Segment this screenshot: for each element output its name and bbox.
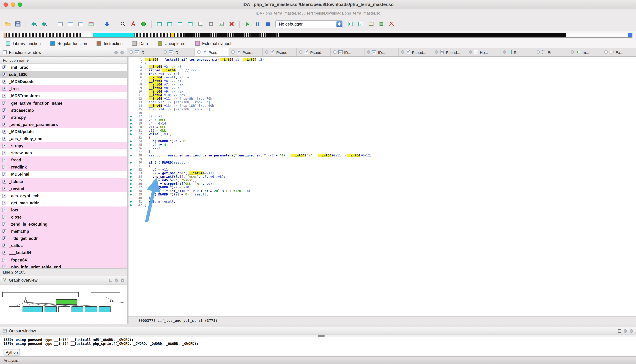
code-line[interactable]: 16 xyxy=(129,111,636,114)
text-search-icon[interactable] xyxy=(129,20,137,28)
tab-st[interactable]: St... xyxy=(500,48,534,56)
tab-pseud[interactable]: Pseud... xyxy=(297,48,331,56)
snapshot-icon[interactable] xyxy=(217,20,225,28)
tab-close-icon[interactable] xyxy=(265,50,269,55)
segment-colors-icon[interactable] xyxy=(87,20,95,28)
function-row[interactable]: _aes_setkey_enc xyxy=(0,135,127,142)
output-hscrollbar[interactable] xyxy=(0,335,636,337)
debugger-select[interactable]: No debugger xyxy=(275,20,343,28)
function-row[interactable]: _free xyxy=(0,85,127,92)
code-line[interactable]: 31 { xyxy=(129,164,636,168)
function-row[interactable]: _get_active_function_name xyxy=(0,100,127,106)
function-row[interactable]: _strcpy xyxy=(0,142,127,149)
float-icon[interactable] xyxy=(109,278,113,282)
function-row[interactable]: _fclose xyxy=(0,178,127,185)
code-line[interactable]: 38 result = (*(_BYTE *)(v10 + 5) & 2u) <… xyxy=(129,189,636,193)
code-line[interactable]: 11 __int64 v10; // rax xyxy=(129,93,636,97)
function-row[interactable]: _readlink xyxy=(0,164,127,171)
tab-im[interactable]: Im... xyxy=(568,48,602,56)
tab-close-icon[interactable] xyxy=(570,50,574,55)
function-row[interactable]: _memcmp xyxy=(0,228,127,235)
collapse-icon[interactable] xyxy=(114,50,118,54)
stop-process-icon[interactable] xyxy=(264,20,272,28)
chip-icon[interactable] xyxy=(377,20,385,28)
tab-close-icon[interactable] xyxy=(231,50,235,55)
function-row[interactable]: _close xyxy=(0,214,127,221)
function-row[interactable]: _strncpy xyxy=(0,114,127,121)
tab-en[interactable]: En... xyxy=(534,48,568,56)
run-until-icon[interactable] xyxy=(357,20,364,28)
code-line[interactable]: 33 v7 = get_mac_addr((__int64)&v13); xyxy=(129,171,636,175)
function-row[interactable]: _fopen64 xyxy=(0,256,127,264)
float-icon[interactable] xyxy=(618,329,621,332)
tab-id[interactable]: ID... xyxy=(161,48,195,56)
start-process-icon[interactable] xyxy=(243,20,251,28)
code-line[interactable]: 23 { xyxy=(129,136,636,140)
collapse-icon[interactable] xyxy=(623,329,627,333)
code-line[interactable]: 36 v10 = strpprintf(0LL, "%s", v9); xyxy=(129,182,636,186)
python-button[interactable]: Python xyxy=(4,349,20,355)
code-line[interactable]: 12 __int64 v11; // [rsp+8h] [rbp-70h] xyxy=(129,97,636,100)
code-line[interactable]: 6 __int64 result; // rax xyxy=(129,76,636,79)
code-line[interactable]: 40 } xyxy=(129,196,636,200)
collapse-icon[interactable] xyxy=(114,278,119,282)
code-line[interactable]: 3 __int64 v2; // r8 xyxy=(129,65,636,68)
function-row[interactable]: _zend_parse_parameters xyxy=(0,121,127,128)
tab-close-icon[interactable] xyxy=(435,50,438,55)
function-row[interactable]: _php_info_print_table_end xyxy=(0,264,127,268)
save-icon[interactable] xyxy=(14,20,22,28)
function-name-header[interactable]: Function name xyxy=(0,57,127,64)
code-line[interactable]: 28 result = (unsigned int)zend_parse_par… xyxy=(129,154,636,157)
code-line[interactable]: 39 *(_DWORD *)(a2 + 8) = result; xyxy=(129,193,636,196)
code-line[interactable]: 17 v2 = a1; xyxy=(129,114,636,118)
code-line[interactable]: 14 __int64 v13; // [rsp+18h] [rbp-60h] xyxy=(129,104,636,108)
jump-segment-icon[interactable] xyxy=(77,20,85,28)
function-row[interactable]: _ioctl xyxy=(0,206,127,214)
code-line[interactable]: 13 char v12; // [rsp+10h] [rbp-68h] xyxy=(129,100,636,104)
tab-id[interactable]: ID... xyxy=(364,48,398,56)
code-line[interactable]: 20 v11 = 0LL; xyxy=(129,125,636,129)
code-line[interactable]: 25 v4 += 4; xyxy=(129,143,636,146)
search-icon[interactable] xyxy=(119,20,127,28)
detach-scissors-icon[interactable] xyxy=(388,20,395,28)
code-line[interactable]: 26 --v3; xyxy=(129,146,636,150)
tab-he[interactable]: He... xyxy=(466,48,500,56)
window-list-icon[interactable] xyxy=(186,20,194,28)
jump-address-icon[interactable] xyxy=(103,20,111,28)
function-row[interactable]: sub_1630 xyxy=(0,71,127,78)
open-file-icon[interactable] xyxy=(4,20,11,28)
code-line[interactable]: 37 *(_QWORD *)a2 = v10; xyxy=(129,186,636,189)
code-line[interactable]: 1__int64 __fastcall zif_tos_encrypt_str(… xyxy=(129,58,636,62)
close-window-icon[interactable] xyxy=(228,20,235,28)
code-line[interactable]: 5 char *v4; // rdi xyxy=(129,72,636,76)
code-line[interactable]: 10 __int64 v9; // rax xyxy=(129,90,636,93)
tab-pseu[interactable]: Pseu... xyxy=(195,48,229,56)
function-row[interactable]: _fread xyxy=(0,156,127,164)
function-row[interactable]: _MD5Decode xyxy=(0,78,127,85)
float-icon[interactable] xyxy=(109,50,112,54)
code-line[interactable]: 8 __int64 v7; // rax xyxy=(129,83,636,86)
tab-close-icon[interactable] xyxy=(468,50,472,55)
zoom-window-icon[interactable] xyxy=(18,2,22,7)
tab-close-icon[interactable] xyxy=(536,50,540,55)
output-log[interactable]: 18E0: using guessed type __int64 __fastc… xyxy=(0,337,636,348)
close-panel-icon[interactable] xyxy=(120,50,124,54)
jump-name-icon[interactable] xyxy=(66,20,74,28)
tab-pseud[interactable]: Pseud... xyxy=(263,48,297,56)
code-line[interactable]: 34 php_sprintf(&v14, "%s%s", v7, v6, v8)… xyxy=(129,175,636,178)
code-line[interactable]: 15 char v14; // [rsp+20h] [rbp-58h] xyxy=(129,108,636,111)
code-line[interactable]: 41 return result; xyxy=(129,200,636,203)
tab-pseud[interactable]: Pseud... xyxy=(432,48,466,56)
tab-close-icon[interactable] xyxy=(129,50,133,55)
docs-book-icon[interactable] xyxy=(367,20,375,28)
function-row[interactable]: _aes_crypt_ecb xyxy=(0,192,127,199)
pseudocode-view[interactable]: 1__int64 __fastcall zif_tos_encrypt_str(… xyxy=(129,57,636,316)
function-row[interactable]: _rewind xyxy=(0,185,127,192)
function-row[interactable]: _init_proc xyxy=(0,64,127,71)
python-input[interactable] xyxy=(23,349,632,355)
tab-close-icon[interactable] xyxy=(401,50,405,55)
close-window-icon[interactable] xyxy=(4,2,8,7)
code-line[interactable]: 42} xyxy=(129,203,636,207)
window-list-icon[interactable] xyxy=(156,20,163,28)
output-hscrollbar-thumb[interactable] xyxy=(318,335,325,337)
